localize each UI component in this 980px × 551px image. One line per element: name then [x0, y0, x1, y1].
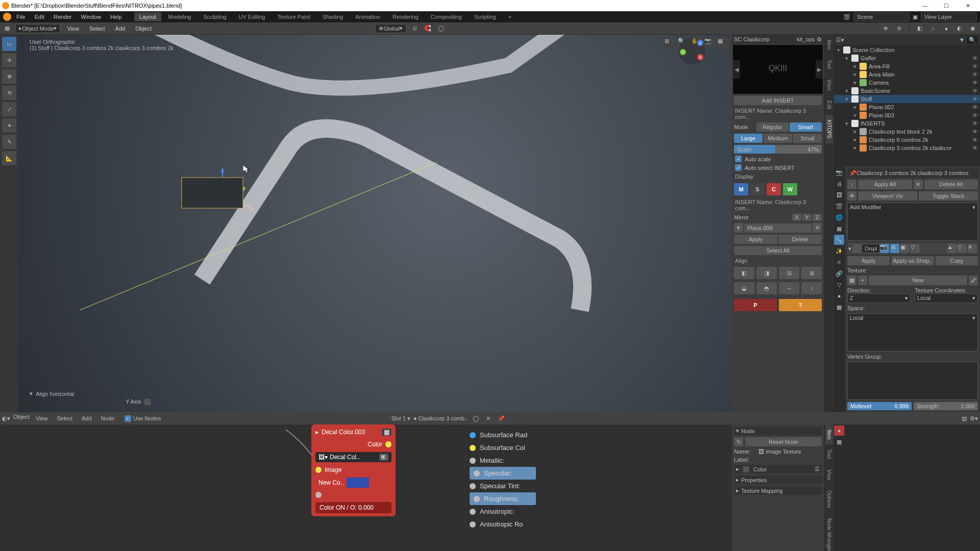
prop-viewlayer-icon[interactable]: 🖼: [834, 190, 844, 200]
prop-constraint-icon[interactable]: 🔗: [834, 268, 844, 279]
mod-cage-icon[interactable]: ▽: [911, 244, 920, 253]
overlay-toggle-icon[interactable]: ⊚: [894, 23, 904, 34]
ntab-item[interactable]: Item: [825, 35, 833, 55]
use-nodes-checkbox[interactable]: ✓: [125, 415, 131, 422]
fake-user-icon[interactable]: ⛨: [379, 454, 388, 461]
menu-object[interactable]: Object: [132, 24, 155, 33]
viewlayer-selector[interactable]: View Layer: [921, 12, 977, 21]
tab-texture-paint[interactable]: Texture Paint: [272, 12, 315, 21]
delete-button[interactable]: Delete: [778, 235, 822, 244]
menu-view[interactable]: View: [63, 24, 83, 33]
outliner-item[interactable]: ▾Camera👁: [834, 79, 980, 87]
visibility-icon[interactable]: 👁: [972, 120, 978, 127]
pivot-icon[interactable]: ⊙: [409, 23, 420, 34]
transform-gizmo[interactable]: [207, 167, 268, 218]
help-button[interactable]: ?: [779, 299, 822, 311]
outliner-item[interactable]: ▾Area-Main👁: [834, 70, 980, 79]
tab-shading[interactable]: Shading: [317, 12, 348, 21]
outliner-item[interactable]: ▾Plane.002👁: [834, 103, 980, 111]
delete-all-button[interactable]: Delete All: [924, 180, 978, 189]
plane-browse-icon[interactable]: ▾: [734, 223, 743, 233]
yaxis-checkbox[interactable]: [144, 399, 151, 405]
tab-add[interactable]: +: [503, 12, 517, 21]
texcoords-dropdown[interactable]: Local▾: [915, 293, 978, 303]
p-button[interactable]: P: [734, 299, 777, 311]
color-socket-out[interactable]: [385, 441, 391, 447]
mod-apply-shape-button[interactable]: Apply as Shap..: [891, 256, 934, 265]
sock-aniso-ro[interactable]: [470, 521, 476, 528]
menu-help[interactable]: Help: [106, 13, 126, 21]
auto-scale-checkbox[interactable]: ✓: [735, 156, 742, 162]
prop-render-icon[interactable]: 📷: [834, 167, 844, 178]
gear-icon[interactable]: ⚙: [817, 36, 822, 43]
tab-sculpting[interactable]: Sculpting: [198, 12, 231, 21]
outliner-item[interactable]: ▾INSERTS👁: [834, 119, 980, 128]
space-dropdown[interactable]: Local▾: [847, 313, 978, 352]
visibility-icon[interactable]: 👁: [972, 88, 978, 94]
slot-selector[interactable]: Slot 1 ▾: [391, 415, 410, 422]
filter-icon[interactable]: ▼: [959, 37, 965, 43]
visibility-icon[interactable]: 👁: [972, 129, 978, 135]
node-menu-add[interactable]: Add: [79, 415, 95, 421]
tool-select-box[interactable]: ▭: [2, 37, 16, 51]
outliner-root[interactable]: ▾Scene Collection: [834, 46, 980, 54]
shading-matprev-icon[interactable]: ◐: [954, 23, 965, 34]
pin-icon[interactable]: 📌: [849, 170, 856, 177]
prop2-b[interactable]: ▩: [834, 437, 844, 447]
minimize-button[interactable]: —: [915, 1, 935, 11]
editor-type-icon[interactable]: ▦: [2, 23, 12, 34]
reset-icon[interactable]: ↻: [734, 437, 743, 446]
nntab-view[interactable]: View: [825, 464, 833, 486]
size-large[interactable]: Large: [734, 134, 763, 143]
align-8[interactable]: ↕: [801, 282, 822, 294]
menu-add[interactable]: Add: [112, 24, 129, 33]
mat-pin-icon[interactable]: 📌: [496, 415, 507, 422]
tool-scale[interactable]: ⤢: [2, 102, 16, 116]
prop-object-icon[interactable]: ▦: [834, 223, 844, 234]
nntab-options[interactable]: Options: [825, 485, 833, 513]
visibility-icon[interactable]: 👁: [972, 71, 978, 78]
vis-icon[interactable]: 👁: [847, 191, 856, 201]
search-input[interactable]: 🔍: [967, 36, 978, 44]
sock-subsurface-col[interactable]: [470, 445, 476, 451]
mod-copy-button[interactable]: Copy: [936, 256, 978, 265]
3d-viewport[interactable]: User Orthographic (1) Stuff | Clasikcorp…: [18, 35, 732, 412]
tool-cursor[interactable]: ✛: [2, 53, 16, 67]
outliner-item[interactable]: ▾Stuff👁: [834, 95, 980, 103]
node-editor-type-icon[interactable]: ◐▾: [2, 415, 10, 422]
sock-metallic[interactable]: [470, 458, 476, 464]
align-7[interactable]: ↔: [779, 282, 799, 294]
outliner-item[interactable]: ▾Clasikcorp text block 2 2k👁: [834, 128, 980, 136]
prop-material-icon[interactable]: ●: [834, 291, 844, 301]
mat-users-icon[interactable]: ◯: [471, 415, 481, 422]
align-2[interactable]: ◨: [756, 267, 777, 279]
mod-down-icon[interactable]: ▽: [958, 244, 967, 253]
ntab-tool[interactable]: Tool: [825, 55, 833, 74]
tab-layout[interactable]: Layout: [134, 12, 161, 21]
strength-field[interactable]: Strength:1.000: [914, 402, 978, 410]
maximize-button[interactable]: ☐: [936, 1, 957, 11]
viewport-vis-button[interactable]: Viewport Vis: [858, 191, 917, 201]
mod-apply-button[interactable]: Apply: [847, 256, 890, 265]
xray-icon[interactable]: ◧: [915, 23, 925, 34]
mod-editmode-icon[interactable]: ▣: [900, 244, 910, 253]
close-button[interactable]: ✕: [958, 1, 978, 11]
color-checkbox[interactable]: [743, 466, 749, 472]
add-modifier-dropdown[interactable]: Add Modifier▾: [847, 203, 978, 241]
node-label-field[interactable]: [758, 457, 760, 463]
visibility-icon[interactable]: 👁: [972, 63, 978, 69]
ntab-view[interactable]: View: [825, 74, 833, 96]
kitops-pref[interactable]: kit_ops: [797, 36, 815, 42]
disp-w[interactable]: W: [783, 183, 797, 195]
nav-persp-icon[interactable]: ▦: [718, 38, 729, 49]
outliner-item[interactable]: ▾Gaffer👁: [834, 54, 980, 62]
prop-data-icon[interactable]: ▽: [834, 280, 844, 290]
node-object-mode[interactable]: Object: [13, 414, 30, 423]
visibility-icon[interactable]: 👁: [972, 55, 978, 61]
mirror-y[interactable]: Y: [802, 214, 812, 221]
toggle-stack-button[interactable]: Toggle Stack: [919, 191, 978, 201]
menu-render[interactable]: Render: [50, 13, 76, 21]
ntab-edit[interactable]: Edit: [825, 95, 833, 114]
prop-world-icon[interactable]: 🌐: [834, 212, 844, 222]
nntab-wrangler[interactable]: Node Wrangler: [825, 513, 833, 551]
